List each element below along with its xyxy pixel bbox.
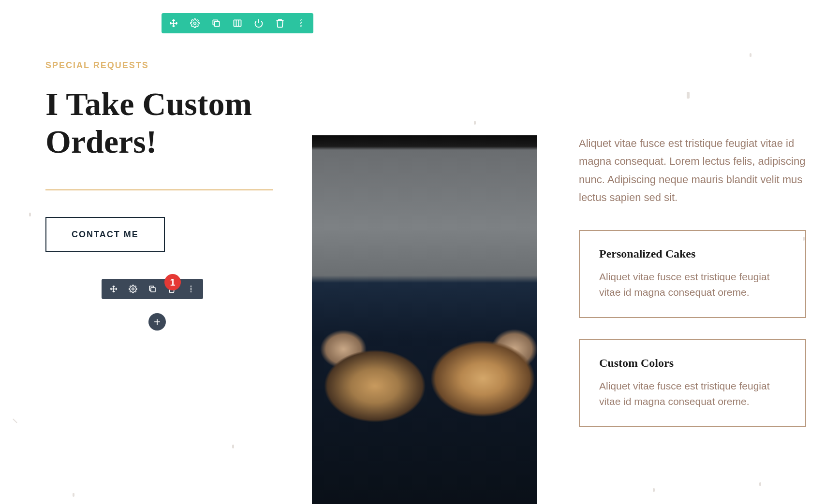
card-title: Custom Colors [599, 357, 786, 370]
contact-button[interactable]: CONTACT ME [45, 217, 165, 252]
decorative-speck [474, 121, 476, 125]
card-body: Aliquet vitae fusce est tristique feugia… [599, 378, 786, 410]
module-toolbar[interactable]: 1 [102, 279, 203, 299]
card-body: Aliquet vitae fusce est tristique feugia… [599, 269, 786, 301]
left-column: SPECIAL REQUESTS I Take Custom Orders! C… [45, 60, 273, 252]
decorative-speck [759, 482, 761, 486]
decorative-speck [29, 213, 31, 216]
decorative-speck [232, 445, 234, 448]
feature-card: Custom Colors Aliquet vitae fusce est tr… [579, 339, 806, 427]
decorative-speck [653, 488, 655, 492]
svg-point-5 [300, 25, 302, 27]
settings-icon[interactable] [128, 284, 138, 294]
svg-point-10 [191, 291, 192, 292]
svg-rect-7 [151, 288, 155, 292]
section-toolbar[interactable] [162, 13, 313, 33]
page-headline: I Take Custom Orders! [45, 85, 273, 160]
svg-rect-1 [215, 22, 220, 27]
intro-paragraph: Aliquet vitae fusce est tristique feugia… [579, 134, 806, 207]
svg-point-6 [132, 288, 134, 290]
more-icon[interactable] [186, 284, 196, 294]
svg-point-0 [194, 22, 196, 25]
move-icon[interactable] [108, 284, 119, 294]
power-icon[interactable] [253, 18, 264, 29]
decorative-speck [750, 53, 751, 57]
contact-button-label: CONTACT ME [72, 230, 139, 239]
svg-point-9 [191, 288, 192, 290]
feature-card: Personalized Cakes Aliquet vitae fusce e… [579, 230, 806, 318]
decorative-speck [687, 92, 690, 99]
columns-icon[interactable] [232, 18, 243, 29]
eyebrow-text: SPECIAL REQUESTS [45, 60, 273, 71]
svg-rect-2 [234, 20, 241, 26]
decorative-speck [13, 418, 17, 423]
svg-point-8 [191, 286, 192, 287]
plus-icon: + [154, 315, 161, 329]
svg-point-3 [300, 20, 302, 21]
duplicate-icon[interactable] [147, 284, 158, 294]
decorative-speck [73, 493, 74, 497]
svg-point-4 [300, 22, 302, 24]
move-icon[interactable] [168, 18, 179, 29]
settings-icon[interactable] [190, 18, 200, 29]
delete-icon[interactable] [275, 18, 285, 29]
annotation-badge: 1 [164, 274, 181, 290]
divider [45, 189, 273, 190]
card-title: Personalized Cakes [599, 247, 786, 260]
hero-image [312, 135, 537, 504]
more-icon[interactable] [296, 18, 307, 29]
add-module-button[interactable]: + [148, 313, 166, 331]
duplicate-icon[interactable] [211, 18, 221, 29]
right-column: Aliquet vitae fusce est tristique feugia… [579, 134, 806, 427]
